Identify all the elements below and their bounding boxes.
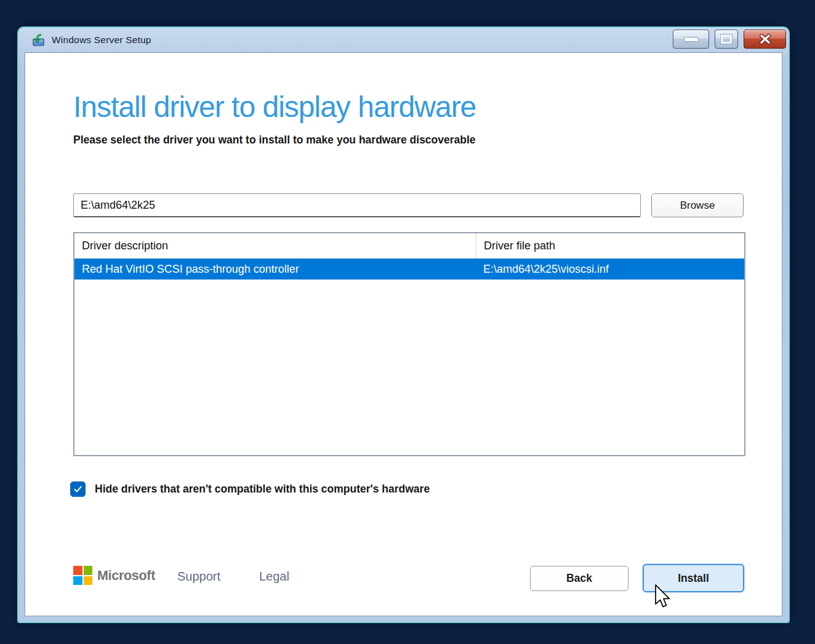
ms-logo-square-yellow <box>84 576 93 586</box>
window-title: Windows Server Setup <box>52 34 151 46</box>
column-header-driver-file-path[interactable]: Driver file path <box>476 233 744 258</box>
ms-logo-square-green <box>84 566 93 575</box>
window-controls <box>673 30 786 49</box>
legal-link[interactable]: Legal <box>259 570 289 584</box>
close-icon <box>759 34 771 44</box>
maximize-button[interactable] <box>715 30 738 49</box>
driver-table-header: Driver description Driver file path <box>74 233 744 259</box>
page-subtitle: Please select the driver you want to ins… <box>73 134 476 147</box>
close-button[interactable] <box>744 30 786 49</box>
checkmark-icon <box>72 483 84 495</box>
ms-logo-square-blue <box>73 576 82 586</box>
install-driver-disk-icon <box>32 34 46 46</box>
hide-incompatible-row: Hide drivers that aren't compatible with… <box>70 481 430 497</box>
setup-window: Windows Server Setup Install driver to d… <box>18 28 789 622</box>
maximize-icon <box>721 34 732 44</box>
driver-row-selected[interactable]: Red Hat VirtIO SCSI pass-through control… <box>74 259 744 280</box>
page-title: Install driver to display hardware <box>73 90 476 124</box>
driver-table: Driver description Driver file path Red … <box>73 232 745 456</box>
minimize-button[interactable] <box>673 30 709 49</box>
client-area: Install driver to display hardware Pleas… <box>25 52 782 616</box>
browse-button[interactable]: Browse <box>651 193 744 217</box>
install-button[interactable]: Install <box>643 564 744 592</box>
microsoft-logo-icon <box>73 566 92 585</box>
hide-incompatible-checkbox[interactable] <box>70 481 86 497</box>
hide-incompatible-label: Hide drivers that aren't compatible with… <box>95 483 430 496</box>
ms-logo-square-red <box>73 566 82 575</box>
minimize-icon <box>684 37 699 42</box>
titlebar[interactable]: Windows Server Setup <box>18 28 789 52</box>
microsoft-wordmark: Microsoft <box>97 568 155 584</box>
support-link[interactable]: Support <box>177 570 220 584</box>
driver-path-input[interactable] <box>73 193 641 217</box>
driver-file-path-cell: E:\amd64\2k25\vioscsi.inf <box>476 259 744 280</box>
column-header-driver-description[interactable]: Driver description <box>74 233 476 258</box>
driver-description-cell: Red Hat VirtIO SCSI pass-through control… <box>74 259 476 280</box>
back-button[interactable]: Back <box>530 566 628 591</box>
